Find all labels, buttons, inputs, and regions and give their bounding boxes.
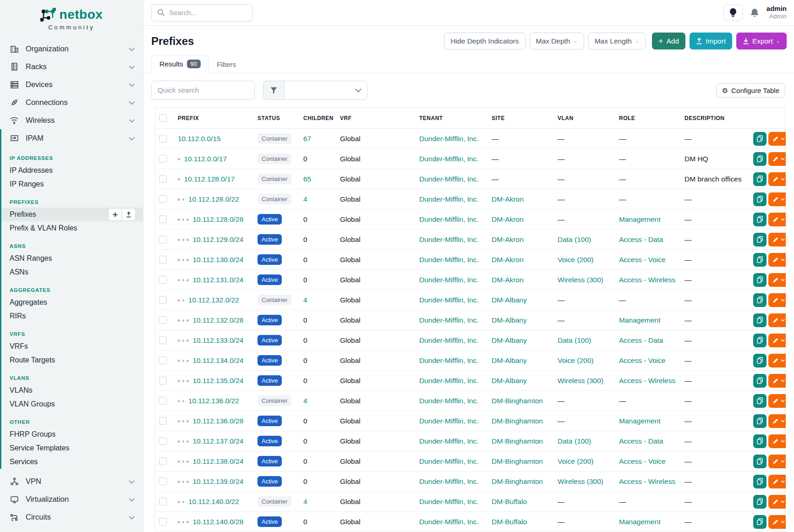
children-count-link[interactable]: 4	[303, 397, 307, 405]
site-link[interactable]: DM-Akron	[492, 215, 524, 223]
edit-button[interactable]	[768, 293, 786, 307]
tenant-link[interactable]: Dunder-Mifflin, Inc.	[419, 296, 479, 304]
export-button[interactable]: Export ⌄	[736, 33, 787, 49]
site-link[interactable]: DM-Albany	[492, 336, 527, 344]
clone-button[interactable]	[753, 132, 767, 146]
tenant-link[interactable]: Dunder-Mifflin, Inc.	[419, 377, 479, 384]
edit-button[interactable]	[768, 414, 786, 428]
row-checkbox[interactable]	[159, 155, 167, 163]
role-link[interactable]: Access - Data	[619, 236, 663, 243]
quick-add-button[interactable]	[108, 208, 122, 221]
prefix-link[interactable]: 10.112.139.0/24	[193, 477, 244, 485]
site-link[interactable]: DM-Buffalo	[492, 498, 527, 505]
vlan-link[interactable]: Voice (200)	[558, 356, 593, 364]
prefix-link[interactable]: 10.112.140.0/28	[193, 518, 244, 526]
sidebar-item-vpn[interactable]: VPN	[0, 472, 143, 490]
tab-filters[interactable]: Filters	[209, 56, 244, 73]
clone-button[interactable]	[753, 273, 767, 287]
row-checkbox[interactable]	[159, 316, 167, 324]
clone-button[interactable]	[753, 313, 767, 327]
prefix-link[interactable]: 10.112.129.0/24	[193, 236, 244, 243]
role-link[interactable]: Access - Voice	[619, 256, 666, 263]
row-checkbox[interactable]	[159, 498, 167, 505]
sidebar-item-vrfs[interactable]: VRFs	[1, 340, 143, 353]
tenant-link[interactable]: Dunder-Mifflin, Inc.	[419, 336, 479, 344]
role-link[interactable]: Management	[619, 215, 660, 223]
saved-filter-select[interactable]	[263, 81, 367, 100]
vlan-link[interactable]: Wireless (300)	[558, 276, 603, 284]
row-checkbox[interactable]	[159, 276, 167, 284]
edit-button[interactable]	[768, 515, 786, 529]
configure-table-button[interactable]: ⚙ Configure Table	[716, 83, 785, 98]
column-header-status[interactable]: STATUS	[254, 108, 300, 129]
role-link[interactable]: Access - Wireless	[619, 276, 675, 284]
sidebar-item-connections[interactable]: Connections	[0, 93, 143, 111]
column-header-vrf[interactable]: VRF	[336, 108, 416, 129]
quick-search-input[interactable]	[151, 81, 255, 100]
role-link[interactable]: Access - Wireless	[619, 377, 675, 384]
row-checkbox[interactable]	[159, 377, 167, 384]
vlan-link[interactable]: Voice (200)	[558, 457, 593, 465]
children-count-link[interactable]: 4	[303, 296, 307, 304]
sidebar-item-circuits[interactable]: Circuits	[0, 508, 143, 526]
vlan-link[interactable]: Wireless (300)	[558, 477, 603, 485]
sidebar-item-ip-addresses[interactable]: IP Addresses	[1, 164, 143, 177]
prefix-link[interactable]: 10.112.136.0/28	[193, 417, 244, 425]
row-checkbox[interactable]	[159, 397, 167, 405]
role-link[interactable]: Management	[619, 417, 660, 425]
tenant-link[interactable]: Dunder-Mifflin, Inc.	[419, 135, 479, 143]
clone-button[interactable]	[753, 414, 767, 428]
prefix-link[interactable]: 10.112.138.0/24	[193, 457, 244, 465]
clone-button[interactable]	[753, 434, 767, 448]
column-header-role[interactable]: ROLE	[615, 108, 681, 129]
column-header-vlan[interactable]: VLAN	[554, 108, 615, 129]
sidebar-item-rirs[interactable]: RIRs	[1, 309, 143, 323]
site-link[interactable]: DM-Binghamton	[492, 457, 543, 465]
tab-results[interactable]: Results 90	[151, 55, 209, 73]
clone-button[interactable]	[753, 455, 767, 468]
sidebar-item-asns[interactable]: ASNs	[1, 265, 143, 279]
prefix-link[interactable]: 10.112.130.0/24	[193, 256, 244, 263]
tenant-link[interactable]: Dunder-Mifflin, Inc.	[419, 195, 479, 203]
sidebar-item-ip-ranges[interactable]: IP Ranges	[1, 177, 143, 191]
edit-button[interactable]	[768, 394, 786, 408]
select-all-checkbox[interactable]	[159, 114, 167, 122]
children-count-link[interactable]: 4	[303, 195, 307, 203]
tenant-link[interactable]: Dunder-Mifflin, Inc.	[419, 155, 479, 163]
sidebar-item-racks[interactable]: Racks	[0, 58, 143, 76]
column-header-prefix[interactable]: PREFIX	[174, 108, 254, 129]
edit-button[interactable]	[768, 233, 786, 247]
role-link[interactable]: Access - Data	[619, 336, 663, 344]
children-count-link[interactable]: 67	[303, 135, 311, 143]
site-link[interactable]: DM-Akron	[492, 236, 524, 243]
import-button[interactable]: Import	[690, 33, 732, 49]
site-link[interactable]: DM-Binghamton	[492, 397, 543, 405]
sidebar-item-wireless[interactable]: Wireless	[0, 111, 143, 129]
prefix-link[interactable]: 10.112.135.0/24	[193, 377, 244, 384]
filter-dropdown[interactable]	[284, 81, 367, 100]
sidebar-item-services[interactable]: Services	[1, 455, 143, 469]
children-count-link[interactable]: 65	[303, 175, 311, 183]
row-checkbox[interactable]	[159, 215, 167, 223]
hide-depth-indicators-button[interactable]: Hide Depth Indicators	[444, 33, 525, 49]
edit-button[interactable]	[768, 273, 786, 287]
role-link[interactable]: Access - Voice	[619, 457, 666, 465]
edit-button[interactable]	[768, 374, 786, 388]
edit-button[interactable]	[768, 313, 786, 327]
max-length-dropdown[interactable]: Max Length ⌄	[588, 33, 646, 49]
role-link[interactable]: Access - Voice	[619, 356, 666, 364]
clone-button[interactable]	[753, 394, 767, 408]
sidebar-item-devices[interactable]: Devices	[0, 76, 143, 93]
edit-button[interactable]	[768, 475, 786, 488]
sidebar-item-virtualization[interactable]: Virtualization	[0, 490, 143, 508]
prefix-link[interactable]: 10.112.137.0/24	[193, 437, 244, 445]
sidebar-item-asn-ranges[interactable]: ASN Ranges	[1, 252, 143, 265]
site-link[interactable]: DM-Albany	[492, 356, 527, 364]
row-checkbox[interactable]	[159, 457, 167, 465]
sidebar-item-aggregates[interactable]: Aggregates	[1, 296, 143, 309]
clone-button[interactable]	[753, 475, 767, 488]
clone-button[interactable]	[753, 374, 767, 388]
row-checkbox[interactable]	[159, 477, 167, 485]
clone-button[interactable]	[753, 515, 767, 529]
children-count-link[interactable]: 4	[303, 498, 307, 505]
